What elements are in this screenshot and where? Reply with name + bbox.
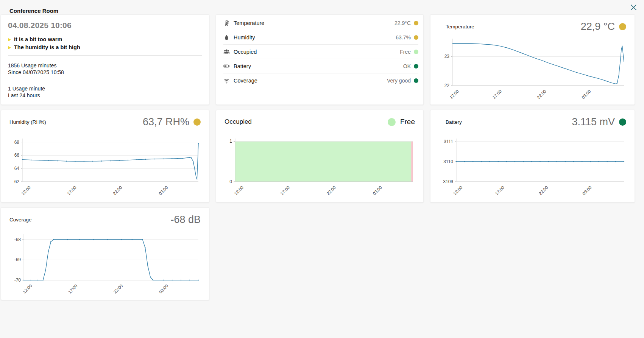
sensor-status-dot <box>414 64 418 69</box>
svg-text:64: 64 <box>14 166 20 171</box>
chart-current-value: Free <box>388 118 415 126</box>
svg-text:12:00: 12:00 <box>452 185 463 196</box>
occupied-plot[interactable]: 0112:0017:0022:0003:00 <box>225 129 415 198</box>
chart-header: Coverage -68 dB <box>9 213 201 226</box>
svg-text:17:00: 17:00 <box>494 185 505 196</box>
coverage-plot[interactable]: -70-69-6812:0017:0022:0003:00 <box>9 226 201 298</box>
sensor-label: Humidity <box>234 34 255 40</box>
sensor-value: Very good <box>387 78 411 84</box>
usage-last-24h: 1 Usage minute Last 24 hours <box>8 85 202 99</box>
temperature-chart-card: Temperature 22,9 °C 222312:0017:0022:000… <box>430 14 635 105</box>
chart-value-text: 63,7 RH% <box>143 116 189 128</box>
svg-text:17:00: 17:00 <box>279 185 290 196</box>
sensor-label: Battery <box>234 63 251 69</box>
sensor-value: 63.7% <box>396 34 411 40</box>
thermometer-icon <box>223 20 230 26</box>
occupancy-icon <box>223 48 230 55</box>
battery-chart-card: Battery 3.115 mV 31093110311112:0017:002… <box>430 110 635 202</box>
sensor-row[interactable]: Coverage Very good <box>223 73 418 88</box>
chart-title: Occupied <box>225 118 252 126</box>
svg-text:-68: -68 <box>14 237 21 242</box>
occupied-chart-card: Occupied Free 0112:0017:0022:0003:00 <box>216 110 424 202</box>
page-title: Conference Room <box>9 8 58 14</box>
chart-header: Temperature 22,9 °C <box>439 20 626 33</box>
usage-total-value: 1856 Usage minutes <box>8 62 202 69</box>
chart-header: Battery 3.115 mV <box>439 115 626 129</box>
svg-text:03:00: 03:00 <box>372 185 383 196</box>
svg-text:22:00: 22:00 <box>536 89 547 100</box>
svg-text:1: 1 <box>229 139 232 144</box>
svg-text:-70: -70 <box>14 277 21 283</box>
usage-total-caption: Since 04/07/2025 10:58 <box>8 69 202 76</box>
chart-value-text: 22,9 °C <box>581 21 615 33</box>
sensor-label: Occupied <box>234 49 257 55</box>
svg-text:03:00: 03:00 <box>158 283 169 294</box>
svg-text:62: 62 <box>14 179 20 184</box>
humidity-plot[interactable]: 6264666812:0017:0022:0003:00 <box>9 129 201 198</box>
chart-title: Battery <box>446 119 462 125</box>
sensor-row[interactable]: Temperature 22.9°C <box>223 16 418 30</box>
dashboard-board: 04.08.2025 10:06 It is a bit too warm Th… <box>1 14 635 300</box>
svg-text:68: 68 <box>14 140 20 145</box>
sensor-row[interactable]: Occupied Free <box>223 45 418 59</box>
svg-text:22:00: 22:00 <box>326 185 337 196</box>
close-button[interactable] <box>629 3 638 12</box>
sensor-status-dot <box>414 21 418 25</box>
divider <box>8 55 202 56</box>
sensor-label: Temperature <box>234 20 264 26</box>
wifi-icon <box>223 78 230 84</box>
sensor-label: Coverage <box>234 78 257 84</box>
svg-text:03:00: 03:00 <box>582 185 593 196</box>
temperature-plot[interactable]: 222312:0017:0022:0003:00 <box>439 33 626 101</box>
svg-text:3109: 3109 <box>443 179 453 184</box>
sensor-status-dot <box>414 50 418 54</box>
chart-header: Occupied Free <box>225 115 415 129</box>
svg-text:22:00: 22:00 <box>112 185 123 196</box>
humidity-chart-card: Humidity (RH%) 63,7 RH% 6264666812:0017:… <box>1 110 209 202</box>
svg-text:3110: 3110 <box>443 159 453 164</box>
sensor-value: OK <box>403 63 411 69</box>
svg-text:12:00: 12:00 <box>233 185 244 196</box>
svg-text:12:00: 12:00 <box>20 185 31 196</box>
chart-current-value: -68 dB <box>170 214 201 226</box>
chart-current-value: 22,9 °C <box>581 21 626 33</box>
chart-title: Temperature <box>446 24 474 30</box>
svg-text:66: 66 <box>14 153 20 158</box>
svg-text:17:00: 17:00 <box>66 185 77 196</box>
svg-text:23: 23 <box>444 54 450 59</box>
chart-value-text: 3.115 mV <box>572 116 615 128</box>
chart-header: Humidity (RH%) 63,7 RH% <box>9 115 201 129</box>
svg-text:22:00: 22:00 <box>113 283 124 294</box>
chart-title: Humidity (RH%) <box>9 119 46 125</box>
room-info-card: 04.08.2025 10:06 It is a bit too warm Th… <box>1 14 209 105</box>
svg-text:03:00: 03:00 <box>581 89 592 100</box>
chart-title: Coverage <box>9 217 32 223</box>
coverage-chart-card: Coverage -68 dB -70-69-6812:0017:0022:00… <box>1 207 209 300</box>
sensor-row[interactable]: Humidity 63.7% <box>223 30 418 45</box>
sensor-value: Free <box>400 49 411 55</box>
battery-plot[interactable]: 31093110311112:0017:0022:0003:00 <box>439 129 626 198</box>
svg-text:17:00: 17:00 <box>67 283 78 294</box>
warning-arrow-icon <box>8 38 11 41</box>
chart-current-value: 3.115 mV <box>572 116 626 128</box>
chart-value-text: Free <box>400 118 415 126</box>
svg-text:12:00: 12:00 <box>22 283 33 294</box>
status-dot <box>619 118 626 126</box>
usage-total: 1856 Usage minutes Since 04/07/2025 10:5… <box>8 62 202 76</box>
svg-text:22:00: 22:00 <box>538 185 549 196</box>
battery-icon <box>223 63 230 69</box>
usage-recent-value: 1 Usage minute <box>8 85 202 92</box>
warning-text: It is a bit too warm <box>14 36 62 42</box>
warning-text: The humidity is a bit high <box>14 44 80 50</box>
warning-arrow-icon <box>8 46 11 49</box>
sensor-value: 22.9°C <box>395 20 411 26</box>
sensor-row[interactable]: Battery OK <box>223 59 418 73</box>
sensor-status-dot <box>414 35 418 40</box>
svg-text:22: 22 <box>444 83 450 88</box>
usage-recent-caption: Last 24 hours <box>8 92 202 99</box>
svg-text:17:00: 17:00 <box>491 89 502 100</box>
svg-text:0: 0 <box>229 179 232 184</box>
status-dot <box>193 118 201 126</box>
sensor-list-card: Temperature 22.9°C Humidity 63.7% Occupi… <box>216 14 424 105</box>
sensor-status-dot <box>414 78 418 83</box>
